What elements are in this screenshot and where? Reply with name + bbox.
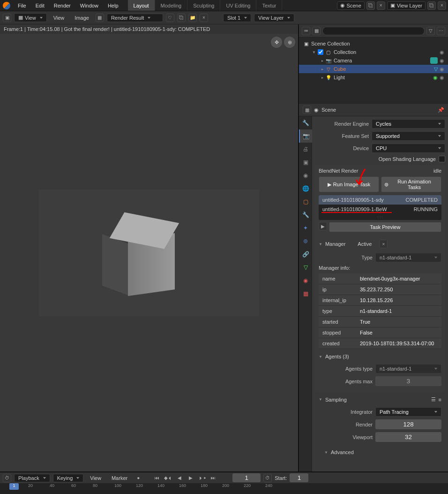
tab-world[interactable]: 🌐	[299, 182, 312, 195]
open-image-icon[interactable]: 📁	[188, 14, 197, 22]
jump-end-icon[interactable]: ⏭	[209, 474, 217, 482]
tab-texture[interactable]: ▦	[299, 287, 312, 300]
expand-icon[interactable]: ▸	[321, 59, 323, 63]
outliner-editor-icon[interactable]: ≔	[302, 27, 310, 35]
manager-close-icon[interactable]: ×	[379, 240, 388, 248]
tab-viewlayer[interactable]: ▣	[299, 156, 312, 169]
tab-render[interactable]: 📷	[299, 129, 312, 143]
outliner-tree[interactable]: ▣ Scene Collection ▼ ▢ Collection ◉ ▸ 📷 …	[299, 38, 448, 103]
blender-logo-icon[interactable]	[3, 2, 10, 9]
tab-physics[interactable]: ⊚	[299, 235, 312, 248]
slot-dropdown[interactable]: Slot 1	[223, 14, 251, 22]
outliner-search-input[interactable]	[322, 27, 425, 35]
outliner-filter-icon[interactable]: ▽	[426, 27, 435, 35]
preset-icon[interactable]: ≡	[439, 397, 441, 403]
workspace-sculpting[interactable]: Sculpting	[187, 0, 220, 11]
manager-type-select[interactable]: n1-standard-1	[375, 253, 441, 262]
timeclock-icon[interactable]: ⏱	[263, 474, 272, 482]
autokey-icon[interactable]: ●	[134, 474, 142, 482]
outliner-light[interactable]: Light	[334, 75, 431, 80]
collection-visibility-icon[interactable]: ◉	[440, 49, 444, 55]
tab-constraint[interactable]: 🔗	[299, 248, 312, 261]
task-row[interactable]: untitled-1910180909-1-BeW RUNNING	[319, 205, 441, 214]
view-menu[interactable]: View	[50, 14, 68, 22]
menu-file[interactable]: File	[13, 1, 31, 10]
advanced-panel-header[interactable]: Advanced	[315, 448, 445, 457]
agents-type-select[interactable]: n1-standard-1	[375, 364, 441, 373]
playhead[interactable]: 1	[9, 483, 19, 490]
timeline-editor-icon[interactable]: ⏱	[3, 474, 11, 482]
current-frame-input[interactable]	[232, 473, 261, 482]
viewport-samples-input[interactable]	[375, 432, 441, 442]
timeline-marker-menu[interactable]: Marker	[108, 474, 131, 482]
expand-icon[interactable]: ▸	[321, 67, 323, 71]
tab-material[interactable]: ◉	[299, 274, 312, 287]
render-result-dropdown[interactable]: Render Result	[107, 14, 163, 22]
viewlayer-selector[interactable]: ▣ View Layer	[387, 1, 426, 10]
playback-menu[interactable]: Playback	[14, 474, 50, 482]
workspace-texturing[interactable]: Textur	[256, 0, 282, 11]
jump-start-icon[interactable]: ⏮	[153, 474, 161, 482]
render-engine-select[interactable]: Cycles	[372, 119, 445, 129]
image-browse-icon[interactable]: ▦	[96, 14, 104, 22]
viewlayer-delete-button[interactable]: ×	[438, 1, 446, 10]
menu-help[interactable]: Help	[103, 1, 123, 10]
task-row[interactable]: untitled-1910180905-1-sdy COMPLETED	[319, 195, 441, 205]
tab-tool[interactable]: 🔧	[299, 116, 312, 129]
tab-output[interactable]: 🖨	[299, 143, 312, 156]
scene-selector[interactable]: ◉ Scene	[337, 1, 365, 10]
camera-visibility-icon[interactable]: ◉	[440, 58, 444, 64]
workspace-layout[interactable]: Layout	[128, 0, 155, 11]
run-image-task-button[interactable]: ▶ Run Image Task	[319, 176, 379, 192]
render-view[interactable]: ✥ ⊕	[0, 34, 298, 471]
keyframe-next-icon[interactable]: ⏵◆	[198, 474, 206, 482]
list-icon[interactable]: ☰	[431, 396, 436, 403]
task-list[interactable]: untitled-1910180905-1-sdy COMPLETED unti…	[319, 195, 441, 220]
outliner-more-icon[interactable]: ⋯	[437, 27, 445, 35]
agents-panel-header[interactable]: Agents (3)	[315, 352, 445, 361]
props-editor-icon[interactable]: ▦	[303, 106, 311, 114]
play-icon[interactable]: ▶	[187, 474, 195, 482]
keying-menu[interactable]: Keying	[53, 474, 84, 482]
timeline-ruler[interactable]: 1 20 40 60 80 100 120 140 160 180 200 22…	[0, 483, 448, 494]
task-preview-icon[interactable]: ▶	[319, 222, 327, 230]
collection-label[interactable]: Collection	[334, 49, 438, 55]
pan-icon[interactable]: ✥	[271, 37, 282, 48]
scene-delete-button[interactable]: ×	[377, 1, 385, 10]
feature-set-select[interactable]: Supported	[372, 131, 445, 141]
tab-mesh[interactable]: ▽	[299, 261, 312, 274]
tab-modifier[interactable]: 🔧	[299, 208, 312, 221]
keyframe-prev-icon[interactable]: ◆⏴	[164, 474, 172, 482]
viewlayer-dropdown[interactable]: View Layer	[254, 14, 294, 22]
image-menu[interactable]: Image	[71, 14, 93, 22]
menu-render[interactable]: Render	[49, 1, 75, 10]
cube-visibility-icon[interactable]: ◉	[440, 66, 444, 72]
new-image-icon[interactable]: ⿻	[177, 14, 186, 22]
unlink-image-icon[interactable]: ×	[200, 14, 208, 22]
expand-icon[interactable]: ▼	[312, 50, 316, 54]
sampling-panel-header[interactable]: Sampling ☰ ≡	[315, 395, 445, 404]
osl-checkbox[interactable]	[439, 156, 445, 162]
editor-type-icon[interactable]: ▣	[3, 14, 11, 22]
task-preview-button[interactable]: Task Preview	[329, 222, 441, 232]
task-drag-handle-icon[interactable]: : : :	[319, 214, 441, 220]
run-animation-button[interactable]: ⊚ Run Animation Tasks	[381, 176, 441, 192]
light-visibility-icon[interactable]: ◉	[440, 75, 444, 81]
scene-new-button[interactable]: ⿻	[366, 1, 375, 10]
device-select[interactable]: CPU	[372, 144, 445, 153]
integrator-select[interactable]: Path Tracing	[375, 407, 441, 417]
workspace-modeling[interactable]: Modeling	[155, 0, 188, 11]
menu-edit[interactable]: Edit	[31, 1, 49, 10]
viewlayer-new-button[interactable]: ⿻	[427, 1, 436, 10]
tab-scene[interactable]: ◉	[299, 169, 312, 182]
tab-object[interactable]: ▢	[299, 195, 312, 208]
fake-user-icon[interactable]: ♡	[166, 14, 174, 22]
render-samples-input[interactable]	[375, 419, 441, 429]
outliner-camera[interactable]: Camera	[334, 58, 428, 63]
play-reverse-icon[interactable]: ◀	[175, 474, 184, 482]
zoom-icon[interactable]: ⊕	[284, 37, 295, 48]
pin-icon[interactable]: 📌	[438, 107, 444, 113]
workspace-uvediting[interactable]: UV Editing	[220, 0, 256, 11]
menu-window[interactable]: Window	[75, 1, 103, 10]
agents-max-input[interactable]	[375, 376, 441, 386]
